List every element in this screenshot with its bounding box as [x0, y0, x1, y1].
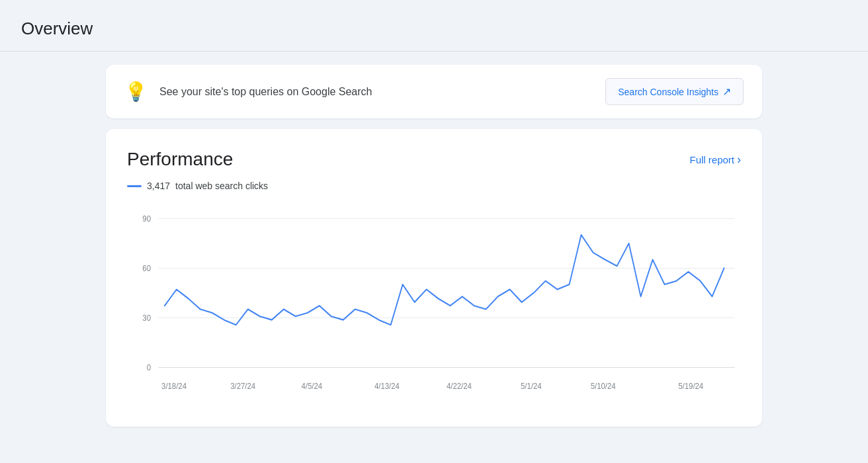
chart-container: 90 60 30 0 3/18/24 3/27/24 4/5/24 4/13/2… — [127, 204, 741, 403]
performance-chart: 90 60 30 0 3/18/24 3/27/24 4/5/24 4/13/2… — [127, 204, 741, 403]
metric-value: 3,417 — [147, 181, 170, 191]
svg-text:3/18/24: 3/18/24 — [161, 381, 187, 391]
insights-text: See your site's top queries on Google Se… — [159, 86, 372, 98]
lightbulb-icon: 💡 — [124, 81, 148, 103]
svg-text:5/19/24: 5/19/24 — [678, 381, 703, 391]
insights-button-label: Search Console Insights — [618, 87, 718, 97]
svg-text:30: 30 — [142, 313, 151, 323]
svg-text:4/5/24: 4/5/24 — [302, 381, 323, 391]
metric-label: 3,417 total web search clicks — [127, 181, 741, 191]
page-header: Overview — [0, 0, 868, 52]
svg-text:0: 0 — [147, 362, 152, 372]
content-area: 💡 See your site's top queries on Google … — [0, 52, 868, 440]
page-title: Overview — [21, 19, 847, 39]
svg-text:60: 60 — [142, 263, 151, 273]
insights-left: 💡 See your site's top queries on Google … — [124, 81, 372, 103]
svg-text:4/22/24: 4/22/24 — [447, 381, 472, 391]
svg-text:3/27/24: 3/27/24 — [230, 381, 255, 391]
insights-card: 💡 See your site's top queries on Google … — [106, 65, 762, 118]
metric-suffix: total web search clicks — [175, 181, 268, 191]
performance-header: Performance Full report › — [127, 149, 741, 170]
full-report-label: Full report — [689, 154, 734, 165]
svg-text:5/10/24: 5/10/24 — [591, 381, 616, 391]
svg-text:5/1/24: 5/1/24 — [521, 381, 542, 391]
external-link-icon: ↗ — [722, 85, 731, 98]
svg-text:4/13/24: 4/13/24 — [374, 381, 400, 391]
search-console-insights-button[interactable]: Search Console Insights ↗ — [605, 78, 744, 105]
metric-line-indicator — [127, 185, 142, 187]
performance-card: Performance Full report › 3,417 total we… — [106, 129, 762, 427]
svg-text:90: 90 — [142, 214, 151, 224]
chevron-right-icon: › — [737, 153, 741, 167]
performance-title: Performance — [127, 149, 233, 170]
full-report-link[interactable]: Full report › — [689, 153, 741, 167]
